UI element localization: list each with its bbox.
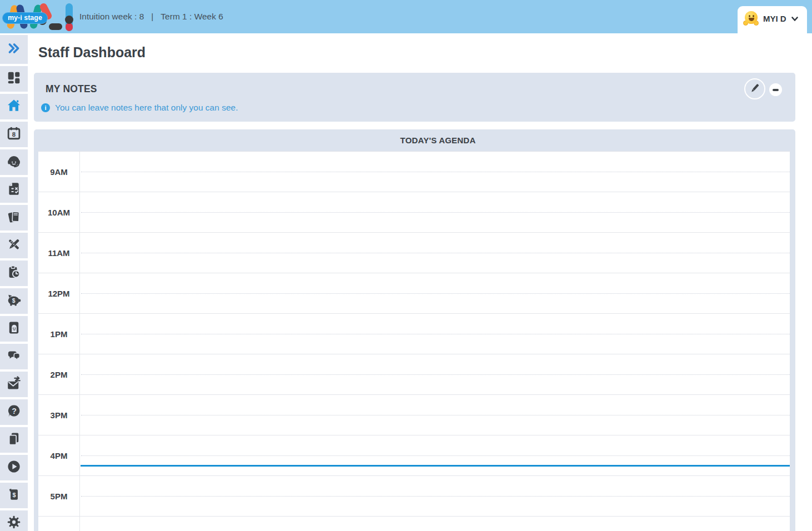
sidebar-item-question-bubble[interactable]: ? xyxy=(0,399,28,425)
agenda-hour-row: 11AM xyxy=(38,233,790,273)
sidebar-item-books[interactable] xyxy=(0,205,28,231)
sidebar-item-chat-bubbles[interactable] xyxy=(0,344,28,369)
chevron-down-icon xyxy=(791,15,799,25)
agenda-slot[interactable] xyxy=(80,233,790,273)
gear-icon xyxy=(7,515,21,531)
term-status-bar: Intuition week : 8 | Term 1 : Week 6 xyxy=(79,0,223,33)
agenda-hour-row xyxy=(38,517,790,531)
collapse-notes-button[interactable] xyxy=(769,83,782,96)
logo-dot xyxy=(65,16,73,24)
pencil-icon xyxy=(749,82,761,96)
headset-person-icon xyxy=(7,154,21,171)
edit-notes-button[interactable] xyxy=(744,78,765,99)
agenda-slot[interactable] xyxy=(80,395,790,435)
agenda-hour-row: 10AM xyxy=(38,192,790,233)
sidebar-item-id-book[interactable] xyxy=(0,316,28,342)
agenda-slot[interactable] xyxy=(80,354,790,394)
agenda-hour-row: 4PM xyxy=(38,435,790,476)
agenda-slot[interactable] xyxy=(80,314,790,354)
main-content: Staff Dashboard MY NOTES i You can leave… xyxy=(28,33,812,531)
dollar-document-icon: $ xyxy=(7,487,21,504)
user-avatar-emoji xyxy=(743,11,759,27)
sidebar-item-envelope-arrows[interactable] xyxy=(0,372,28,397)
piggy-bank-icon: $ xyxy=(7,293,21,309)
notes-info-row: i You can leave notes here that only you… xyxy=(41,103,238,113)
agenda-hour-row: 9AM xyxy=(38,152,790,192)
home-icon xyxy=(7,98,21,115)
user-name: MYI D xyxy=(763,14,786,23)
intuition-week-label: Intuition week : 8 xyxy=(79,12,144,22)
sidebar-item-piggy-bank[interactable]: $ xyxy=(0,288,28,314)
status-separator: | xyxy=(151,12,153,22)
sidebar-item-clipboard-clock[interactable] xyxy=(0,261,28,286)
avatar-eye xyxy=(753,15,754,17)
avatar-eye xyxy=(749,15,750,17)
agenda-hour-row: 3PM xyxy=(38,395,790,435)
sidebar-item-calendar-day-8[interactable]: 8 xyxy=(0,122,28,147)
my-notes-panel: MY NOTES i You can leave notes here that… xyxy=(34,73,795,122)
term-week-label: Term 1 : Week 6 xyxy=(161,12,223,22)
svg-text:$: $ xyxy=(13,492,16,498)
chat-bubbles-icon xyxy=(7,348,21,365)
copy-pages-icon xyxy=(7,432,21,448)
checklist-document-icon xyxy=(7,182,21,198)
current-time-indicator xyxy=(81,465,790,467)
time-label: 12PM xyxy=(38,273,80,313)
page-title: Staff Dashboard xyxy=(38,44,146,61)
play-circle-icon xyxy=(7,459,21,476)
svg-text:$: $ xyxy=(12,298,16,304)
sidebar-item-gear[interactable] xyxy=(0,510,28,531)
sidebar-item-checklist-document[interactable] xyxy=(0,177,28,203)
agenda-title: TODAY'S AGENDA xyxy=(81,129,795,151)
envelope-arrows-icon xyxy=(7,376,21,393)
user-menu[interactable]: MYI D xyxy=(738,6,807,38)
sidebar-item-chevron-double-right[interactable] xyxy=(0,35,28,64)
time-label: 11AM xyxy=(38,233,80,273)
calendar-day-8-icon: 8 xyxy=(7,126,21,143)
chevron-double-right-icon xyxy=(7,41,21,58)
notes-info-text: You can leave notes here that only you c… xyxy=(55,103,238,113)
pencil-ruler-icon xyxy=(7,237,21,254)
agenda-slot[interactable] xyxy=(80,517,790,531)
agenda-hour-row: 2PM xyxy=(38,354,790,395)
dashboard-grid-icon xyxy=(7,71,21,87)
sidebar-item-dashboard-grid[interactable] xyxy=(0,66,28,92)
top-header-bar: my-i stage Intuition week : 8 | Term 1 :… xyxy=(0,0,812,33)
sidebar-item-home[interactable] xyxy=(0,94,28,119)
agenda-slot[interactable] xyxy=(80,476,790,516)
clipboard-clock-icon xyxy=(7,265,21,282)
id-book-icon xyxy=(7,320,21,337)
agenda-slot[interactable] xyxy=(80,273,790,313)
sidebar-item-dollar-document[interactable]: $ xyxy=(0,483,28,508)
time-label: 5PM xyxy=(38,476,80,516)
agenda-slot[interactable] xyxy=(80,192,790,232)
books-icon xyxy=(7,209,21,226)
agenda-slot[interactable] xyxy=(80,435,790,475)
time-label: 1PM xyxy=(38,314,80,354)
agenda-hour-row: 12PM xyxy=(38,273,790,314)
sidebar-item-pencil-ruler[interactable] xyxy=(0,233,28,258)
agenda-calendar: 9AM10AM11AM12PM1PM2PM3PM4PM5PM xyxy=(38,151,790,531)
time-label: 3PM xyxy=(38,395,80,435)
time-label: 2PM xyxy=(38,354,80,394)
sidebar-item-copy-pages[interactable] xyxy=(0,427,28,453)
logo-badge: my-i stage xyxy=(2,12,48,24)
svg-text:8: 8 xyxy=(12,131,16,138)
time-label: 10AM xyxy=(38,192,80,232)
my-notes-title: MY NOTES xyxy=(46,83,97,95)
sidebar-item-play-circle[interactable] xyxy=(0,455,28,480)
app-logo: my-i stage xyxy=(3,2,76,31)
logo-bar xyxy=(66,23,73,31)
time-label: 9AM xyxy=(38,152,80,192)
logo-bar xyxy=(49,23,62,30)
sidebar-nav: 8$?$ xyxy=(0,33,28,531)
agenda-hour-row: 5PM xyxy=(38,476,790,517)
agenda-slot[interactable] xyxy=(80,152,790,192)
time-label: 4PM xyxy=(38,435,80,475)
time-label xyxy=(38,517,80,531)
svg-text:?: ? xyxy=(12,407,17,415)
agenda-hour-row: 1PM xyxy=(38,314,790,354)
info-icon: i xyxy=(41,103,50,112)
sidebar-item-headset-person[interactable] xyxy=(0,149,28,175)
minus-icon xyxy=(773,89,779,91)
